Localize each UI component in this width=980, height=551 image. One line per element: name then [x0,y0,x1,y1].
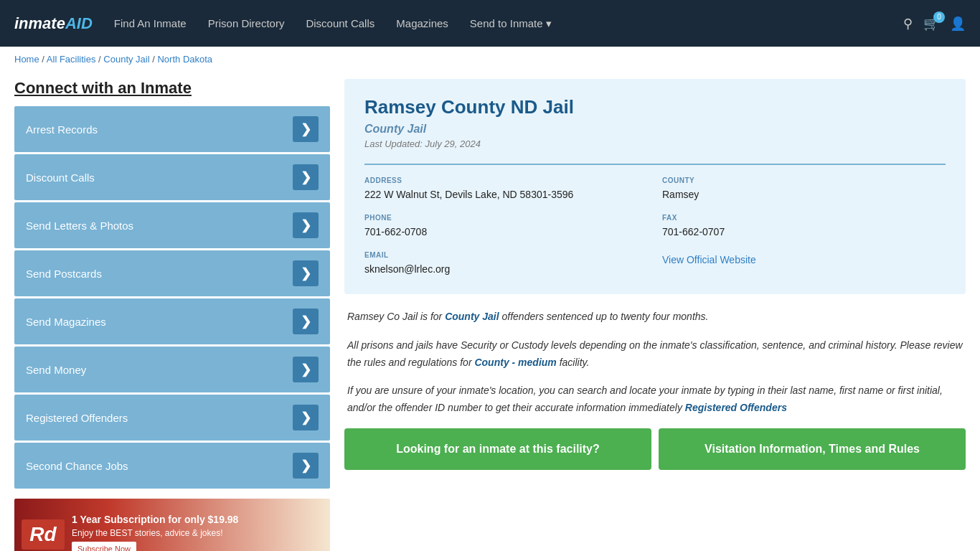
chevron-right-icon: ❯ [293,453,319,479]
desc-registered-offenders-link[interactable]: Registered Offenders [685,402,787,413]
sidebar-item-discount-calls[interactable]: Discount Calls ❯ [14,154,330,200]
cart-badge: 0 [933,11,945,23]
email-label: EMAIL [364,251,648,259]
sidebar-menu: Arrest Records ❯ Discount Calls ❯ Send L… [14,106,330,489]
nav-discount-calls[interactable]: Discount Calls [306,17,374,29]
facility-name: Ramsey County ND Jail [364,96,946,118]
phone-label: PHONE [364,214,648,222]
facility-phone: PHONE 701-662-0708 [364,214,648,240]
ad-banner: Rd 1 Year Subscription for only $19.98 E… [14,499,330,551]
cart-icon[interactable]: 🛒 0 [923,16,939,32]
sidebar-item-arrest-records[interactable]: Arrest Records ❯ [14,106,330,152]
sidebar-label: Send Magazines [26,316,106,328]
chevron-right-icon: ❯ [293,260,319,286]
facility-website: View Official Website [662,251,946,277]
facility-address: ADDRESS 222 W Walnut St, Devils Lake, ND… [364,176,648,202]
chevron-right-icon: ❯ [293,164,319,190]
fax-value: 701-662-0707 [662,225,946,240]
sidebar-item-send-postcards[interactable]: Send Postcards ❯ [14,250,330,296]
desc-county-jail-link[interactable]: County Jail [445,311,499,322]
breadcrumb-north-dakota[interactable]: North Dakota [157,54,212,65]
nav-send-to-inmate[interactable]: Send to Inmate ▾ [470,17,552,30]
chevron-right-icon: ❯ [293,212,319,238]
desc-county-medium-link[interactable]: County - medium [474,357,556,368]
sidebar-label: Registered Offenders [26,412,128,424]
sidebar-title: Connect with an Inmate [14,79,330,98]
phone-value: 701-662-0708 [364,225,648,240]
facility-info-grid: ADDRESS 222 W Walnut St, Devils Lake, ND… [364,164,946,277]
nav-find-inmate[interactable]: Find An Inmate [114,17,187,29]
nav-links: Find An Inmate Prison Directory Discount… [114,17,885,30]
sidebar-item-send-magazines[interactable]: Send Magazines ❯ [14,298,330,344]
ad-inner: Rd 1 Year Subscription for only $19.98 E… [14,499,330,551]
search-icon[interactable]: ⚲ [903,16,913,32]
ad-text: 1 Year Subscription for only $19.98 Enjo… [72,514,238,552]
breadcrumb-home[interactable]: Home [14,54,39,65]
nav-prison-directory[interactable]: Prison Directory [208,17,285,29]
county-label: COUNTY [662,176,946,184]
sidebar-item-registered-offenders[interactable]: Registered Offenders ❯ [14,395,330,441]
chevron-right-icon: ❯ [293,116,319,142]
facility-type: County Jail [364,123,946,136]
facility-description: Ramsey Co Jail is for County Jail offend… [344,309,966,417]
desc-para1: Ramsey Co Jail is for County Jail offend… [347,309,963,326]
user-icon[interactable]: 👤 [950,16,966,32]
sidebar-item-second-chance-jobs[interactable]: Second Chance Jobs ❯ [14,443,330,489]
logo[interactable]: inmateAID [14,14,93,33]
breadcrumb-county-jail[interactable]: County Jail [103,54,149,65]
lookup-inmate-button[interactable]: Looking for an inmate at this facility? [344,428,651,470]
sidebar-label: Send Postcards [26,268,102,280]
desc-para2: All prisons and jails have Security or C… [347,337,963,372]
visitation-info-button[interactable]: Visitation Information, Times and Rules [659,428,966,470]
facility-website-link[interactable]: View Official Website [662,254,756,265]
nav-magazines[interactable]: Magazines [396,17,448,29]
main-content: Ramsey County ND Jail County Jail Last U… [344,79,966,551]
facility-email: EMAIL sknelson@lrlec.org [364,251,648,277]
main-layout: Connect with an Inmate Arrest Records ❯ … [0,72,980,551]
facility-card: Ramsey County ND Jail County Jail Last U… [344,79,966,294]
chevron-right-icon: ❯ [293,405,319,430]
sidebar-label: Send Money [26,364,86,376]
sidebar: Connect with an Inmate Arrest Records ❯ … [14,79,330,551]
facility-updated: Last Updated: July 29, 2024 [364,138,946,149]
breadcrumb-all-facilities[interactable]: All Facilities [47,54,96,65]
address-label: ADDRESS [364,176,648,184]
facility-fax: FAX 701-662-0707 [662,214,946,240]
breadcrumb: Home / All Facilities / County Jail / No… [0,47,980,72]
navbar: inmateAID Find An Inmate Prison Director… [0,0,980,47]
ad-logo: Rd [22,519,65,550]
sidebar-label: Send Letters & Photos [26,220,133,232]
sidebar-label: Second Chance Jobs [26,460,128,472]
facility-county: COUNTY Ramsey [662,176,946,202]
chevron-right-icon: ❯ [293,309,319,334]
fax-label: FAX [662,214,946,222]
bottom-buttons: Looking for an inmate at this facility? … [344,428,966,470]
sidebar-label: Arrest Records [26,123,98,136]
chevron-right-icon: ❯ [293,357,319,382]
sidebar-item-send-money[interactable]: Send Money ❯ [14,347,330,392]
address-value: 222 W Walnut St, Devils Lake, ND 58301-3… [364,187,648,202]
logo-text: inmateAID [14,14,93,33]
email-value: sknelson@lrlec.org [364,262,648,277]
navbar-icons: ⚲ 🛒 0 👤 [903,16,966,32]
county-value: Ramsey [662,187,946,202]
desc-para3: If you are unsure of your inmate's locat… [347,382,963,417]
ad-subscribe-button[interactable]: Subscribe Now [72,542,136,552]
sidebar-item-send-letters[interactable]: Send Letters & Photos ❯ [14,202,330,248]
sidebar-label: Discount Calls [26,171,95,184]
